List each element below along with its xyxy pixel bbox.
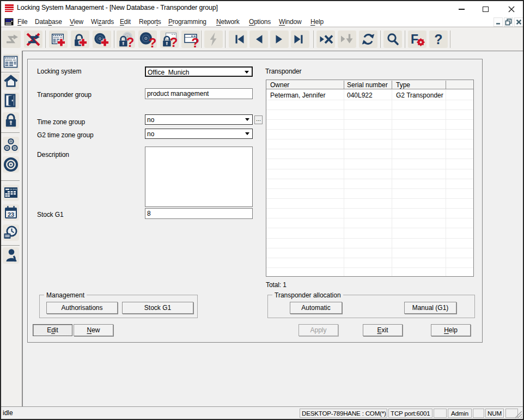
svg-text:?: ?: [170, 35, 178, 48]
svg-text:23: 23: [8, 211, 14, 218]
svg-text:?: ?: [126, 35, 135, 48]
svg-text:F: F: [411, 32, 418, 46]
svg-text:?: ?: [191, 35, 199, 48]
svg-text:?: ?: [434, 32, 442, 47]
svg-text:?: ?: [149, 35, 156, 48]
